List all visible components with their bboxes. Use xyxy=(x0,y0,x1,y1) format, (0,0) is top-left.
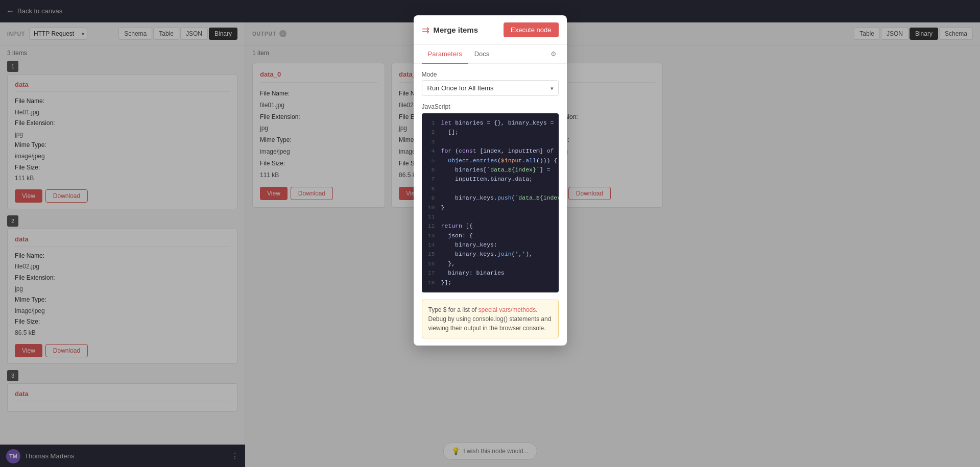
code-label: JavaScript xyxy=(422,103,559,110)
modal-body: Mode Run Once for All Items Run Once for… xyxy=(414,64,567,346)
hint-link[interactable]: special vars/methods xyxy=(479,306,536,313)
hint-box: Type $ for a list of special vars/method… xyxy=(422,300,559,338)
settings-icon[interactable]: ⚙ xyxy=(548,45,559,63)
modal-title: Merge items xyxy=(434,26,479,34)
modal-tabs: Parameters Docs ⚙ xyxy=(414,45,567,64)
mode-select-wrapper[interactable]: Run Once for All Items Run Once for Item… xyxy=(422,80,559,96)
execute-node-button[interactable]: Execute node xyxy=(504,22,559,37)
modal-dialog: ⇉ Merge items Execute node Parameters Do… xyxy=(414,15,567,346)
modal-overlay: ⇉ Merge items Execute node Parameters Do… xyxy=(0,0,980,467)
hint-text: Type $ for a list of xyxy=(428,306,479,313)
modal-header: ⇉ Merge items Execute node xyxy=(414,15,567,45)
merge-icon: ⇉ xyxy=(422,24,429,36)
mode-label: Mode xyxy=(422,71,559,78)
tab-parameters[interactable]: Parameters xyxy=(422,45,468,64)
mode-select[interactable]: Run Once for All Items Run Once for Item… xyxy=(422,80,559,96)
modal-title-row: ⇉ Merge items xyxy=(422,24,479,36)
tab-docs[interactable]: Docs xyxy=(468,45,496,64)
code-editor[interactable]: 1let binaries = {}, binary_keys = 2 []; … xyxy=(422,113,559,292)
